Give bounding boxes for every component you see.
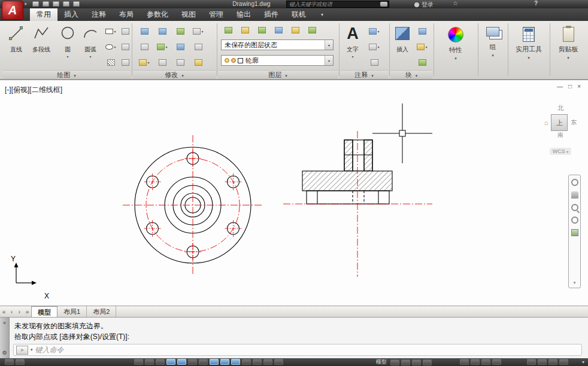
current-layer-dropdown[interactable]: 轮廓 ▾ <box>221 55 334 66</box>
insert-block-button[interactable]: 插入 <box>392 23 413 69</box>
move-tool-button[interactable] <box>137 24 152 38</box>
trim-tool-button[interactable]: ▾ <box>190 24 206 38</box>
redo-icon[interactable] <box>73 1 80 7</box>
workspace-icon[interactable] <box>16 359 25 365</box>
model-space-label[interactable]: 模型 <box>376 359 387 365</box>
status-bar-menu-caret-icon[interactable]: ▾ <box>582 359 584 365</box>
layer-freeze-button[interactable] <box>271 23 286 37</box>
polyline-tool-button[interactable]: 多段线 <box>28 23 55 69</box>
showmotion-icon[interactable] <box>571 229 578 236</box>
panel-group[interactable]: 组 ▾ <box>479 22 507 79</box>
create-block-button[interactable] <box>414 24 430 38</box>
3d-object-snap-toggle[interactable] <box>199 359 208 365</box>
tab-parametric[interactable]: 参数化 <box>140 8 175 21</box>
toolbar-lock-icon[interactable] <box>471 359 480 365</box>
search-input[interactable] <box>287 1 380 7</box>
layer-match-button[interactable] <box>304 23 320 37</box>
panel-clipboard[interactable]: 剪贴板 ▾ <box>551 22 586 79</box>
wrench-icon[interactable]: ⚙ <box>2 350 7 356</box>
command-prompt-icon[interactable]: ＞ <box>16 346 28 355</box>
pan-icon[interactable] <box>571 191 578 199</box>
tab-home[interactable]: 常用 <box>30 8 57 21</box>
object-snap-toggle[interactable] <box>188 359 197 365</box>
isolate-objects-icon[interactable] <box>481 359 490 365</box>
ellipse-tool-button[interactable]: ▾ <box>103 39 119 54</box>
steering-wheel-icon[interactable] <box>571 179 578 186</box>
layer-state-dropdown[interactable]: 未保存的图层状态 ▾ <box>221 39 334 50</box>
model-space-viewport[interactable]: [-][俯视][二维线框] — □ × <box>0 80 588 306</box>
layer-properties-button[interactable] <box>220 23 236 37</box>
application-menu-caret-icon[interactable]: ▾ <box>25 2 27 7</box>
last-layout-arrow[interactable]: » <box>23 309 31 315</box>
annotation-scale-icon[interactable] <box>412 359 421 365</box>
tab-annotate[interactable]: 注释 <box>85 8 113 21</box>
command-input[interactable] <box>35 346 579 354</box>
erase-tool-button[interactable] <box>172 55 188 69</box>
tab-layout2[interactable]: 布局2 <box>87 306 116 317</box>
table-tool-button[interactable] <box>366 55 382 69</box>
wcs-dropdown[interactable]: WCS ▾ <box>550 148 572 155</box>
array-tool-button[interactable]: ▾ <box>137 55 152 69</box>
draw-extra-1-button[interactable] <box>117 24 133 38</box>
lineweight-toggle[interactable] <box>242 359 251 365</box>
help-icon[interactable]: ? <box>534 0 538 7</box>
viewcube-south-label[interactable]: 南 <box>539 131 582 139</box>
layer-lock-button[interactable] <box>287 23 303 37</box>
recent-commands-caret-icon[interactable]: ▾ <box>31 347 33 352</box>
status-extra-icon[interactable] <box>559 359 568 365</box>
binoculars-icon[interactable] <box>380 2 387 7</box>
viewcube-home-icon[interactable]: ⌂ <box>544 119 548 126</box>
flange-front-view[interactable] <box>123 135 263 275</box>
rotate-tool-button[interactable] <box>172 24 188 38</box>
viewcube-north-label[interactable]: 北 <box>539 104 582 112</box>
block-panel-title[interactable]: 块 ▾ <box>390 70 432 79</box>
search-box[interactable] <box>286 1 389 8</box>
panel-utilities[interactable]: 实用工具 ▾ <box>509 22 548 79</box>
layer-isolate-button[interactable] <box>254 23 269 37</box>
flange-section-view[interactable] <box>283 131 432 277</box>
tab-layout[interactable]: 布局 <box>113 8 140 21</box>
plot-icon[interactable] <box>53 1 59 7</box>
edit-attribute-button[interactable]: ▾ <box>414 39 430 54</box>
mirror-tool-button[interactable] <box>137 39 152 54</box>
favorites-icon[interactable]: ☆ <box>453 0 458 7</box>
stretch-tool-button[interactable] <box>172 39 188 54</box>
draw-panel-title[interactable]: 绘图 ▾ <box>2 70 131 79</box>
object-snap-tracking-toggle[interactable] <box>210 359 219 365</box>
annotation-visibility-icon[interactable] <box>423 359 432 365</box>
scale-tool-button[interactable] <box>190 39 206 54</box>
viewcube-top-face[interactable]: 上 <box>551 114 568 131</box>
save-icon[interactable] <box>43 1 49 7</box>
zoom-icon[interactable] <box>571 204 578 211</box>
tab-online[interactable]: 联机 <box>285 8 313 21</box>
text-tool-button[interactable]: A 文字 ▾ <box>341 23 364 69</box>
undo-icon[interactable] <box>63 1 69 7</box>
copy-tool-button[interactable] <box>154 24 170 38</box>
line-tool-button[interactable]: 直线 <box>5 23 28 69</box>
panel-properties[interactable]: 特性 ▾ <box>435 22 477 79</box>
viewport-controls-label[interactable]: [-][俯视][二维线框] <box>5 85 62 95</box>
snap-mode-toggle[interactable] <box>145 359 154 365</box>
viewcube-east-label[interactable]: 东 <box>571 118 577 127</box>
rectangle-tool-button[interactable]: ▾ <box>103 24 119 38</box>
layout-quickview-icon[interactable] <box>390 359 399 365</box>
draw-extra-2-button[interactable] <box>117 39 133 54</box>
signin-button[interactable]: 登录 <box>414 1 434 9</box>
tab-model[interactable]: 模型 <box>31 306 57 317</box>
drawing-quickview-icon[interactable] <box>401 359 410 365</box>
tab-plugins[interactable]: 插件 <box>257 8 285 21</box>
restore-icon[interactable]: □ <box>568 83 572 90</box>
ribbon-collapse-button[interactable]: ▾ <box>321 8 323 21</box>
tab-insert[interactable]: 插入 <box>57 8 85 21</box>
status-extra-icon[interactable] <box>548 359 557 365</box>
previous-layout-arrow[interactable]: ‹ <box>8 309 16 315</box>
draw-extra-3-button[interactable] <box>117 55 133 69</box>
tab-layout1[interactable]: 布局1 <box>57 306 87 317</box>
annotation-panel-title[interactable]: 注释 ▾ <box>340 70 388 79</box>
minimize-icon[interactable]: — <box>557 83 563 90</box>
quick-properties-toggle[interactable] <box>263 359 272 365</box>
first-layout-arrow[interactable]: « <box>0 309 8 315</box>
next-layout-arrow[interactable]: › <box>16 309 23 315</box>
command-input-row[interactable]: ＞ ▾ <box>13 344 582 356</box>
hatch-tool-button[interactable] <box>103 55 119 69</box>
